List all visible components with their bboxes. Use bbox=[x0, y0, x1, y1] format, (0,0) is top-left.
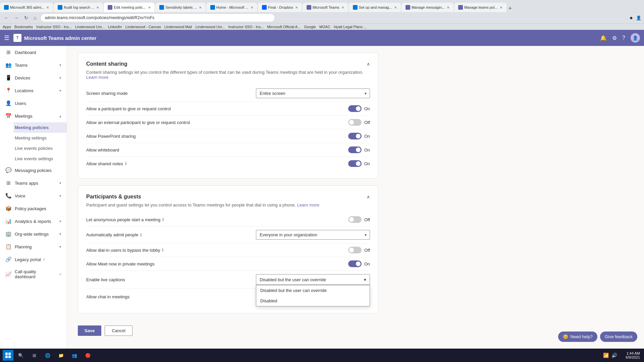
tab-teams[interactable]: Microsoft Teams ✕ bbox=[303, 3, 348, 12]
tab-dropbox[interactable]: Final - Dropbox ✕ bbox=[258, 3, 302, 12]
new-tab-button[interactable]: + bbox=[508, 5, 512, 12]
tray-network[interactable]: 📶 bbox=[603, 353, 609, 358]
sidebar-item-voice[interactable]: 📞 Voice ▾ bbox=[0, 189, 67, 202]
tab-close[interactable]: ✕ bbox=[447, 6, 449, 9]
bookmark-apps[interactable]: Apps bbox=[3, 25, 11, 29]
tray-volume[interactable]: 🔊 bbox=[611, 353, 617, 358]
address-input[interactable] bbox=[40, 13, 275, 22]
give-feedback-button[interactable]: Give feedback bbox=[600, 331, 637, 342]
tab-home[interactable]: Home - Microsoft ... ✕ bbox=[206, 3, 257, 12]
tab-close[interactable]: ✕ bbox=[295, 6, 298, 9]
sidebar-item-teams[interactable]: 👥 Teams ▾ bbox=[0, 59, 67, 71]
cancel-button[interactable]: Cancel bbox=[105, 325, 132, 336]
live-captions-option-1[interactable]: Disabled but the user can override bbox=[256, 285, 370, 296]
tab-close[interactable]: ✕ bbox=[148, 6, 151, 9]
shared-notes-info[interactable]: ℹ bbox=[125, 161, 127, 166]
sidebar-item-call-quality[interactable]: 📈 Call quality dashboard ↗ bbox=[0, 266, 67, 283]
tab-manage-teams[interactable]: Manage teams pol... ✕ bbox=[454, 3, 506, 12]
sidebar-item-users[interactable]: 👤 Users bbox=[0, 97, 67, 110]
sidebar-item-planning[interactable]: 📋 Planning ▾ bbox=[0, 240, 67, 253]
content-sharing-collapse[interactable]: ∧ bbox=[367, 61, 370, 67]
dialin-bypass-toggle[interactable] bbox=[348, 247, 362, 253]
start-button[interactable] bbox=[3, 350, 13, 361]
tab-setup[interactable]: Set up and manag... ✕ bbox=[349, 3, 401, 12]
taskbar-task-view[interactable]: ⊞ bbox=[28, 349, 40, 361]
powerpoint-toggle[interactable] bbox=[348, 133, 362, 139]
taskbar-edge[interactable]: 🌐 bbox=[42, 349, 54, 361]
screen-sharing-select[interactable]: Entire screen bbox=[256, 88, 370, 98]
reload-button[interactable]: ↻ bbox=[23, 14, 30, 21]
taskbar-chrome[interactable]: 🔴 bbox=[82, 349, 94, 361]
bookmark-google[interactable]: Google bbox=[304, 25, 316, 29]
sidebar-item-dashboard[interactable]: ⊞ Dashboard bbox=[0, 46, 67, 59]
sidebar-item-org[interactable]: 🏢 Org-wide settings ▾ bbox=[0, 228, 67, 240]
tab-m365[interactable]: Microsoft 365 admi... ✕ bbox=[0, 3, 53, 12]
profile-icon[interactable]: 👤 bbox=[636, 15, 641, 20]
live-captions-option-2[interactable]: Disabled bbox=[256, 296, 370, 306]
whiteboard-toggle[interactable] bbox=[348, 146, 362, 153]
bookmark-icon[interactable]: ★ bbox=[629, 15, 633, 20]
help-icon[interactable]: ? bbox=[622, 35, 625, 41]
sidebar-item-meetings[interactable]: 📅 Meetings ▴ bbox=[0, 110, 67, 122]
taskbar-search[interactable]: 🔍 bbox=[15, 349, 27, 361]
sidebar-item-devices[interactable]: 📱 Devices ▾ bbox=[0, 71, 67, 84]
sidebar-item-locations[interactable]: 📍 Locations ▾ bbox=[0, 84, 67, 97]
shared-notes-toggle[interactable] bbox=[348, 160, 362, 167]
external-participant-toggle[interactable] bbox=[348, 119, 362, 126]
anonymous-start-toggle[interactable] bbox=[348, 216, 362, 223]
auto-admit-select[interactable]: Everyone in your organization bbox=[256, 230, 370, 240]
tab-close[interactable]: ✕ bbox=[199, 6, 202, 9]
tab-close[interactable]: ✕ bbox=[500, 6, 502, 9]
bookmark-official[interactable]: Microsoft Official A... bbox=[267, 25, 301, 29]
meet-now-toggle[interactable] bbox=[348, 260, 362, 267]
taskbar-explorer[interactable]: 📁 bbox=[55, 349, 67, 361]
sidebar-sub-meeting-settings[interactable]: Meeting settings bbox=[15, 133, 67, 143]
bookmark-bookmarks[interactable]: Bookmarks bbox=[14, 25, 33, 29]
notification-icon[interactable]: 🔔 bbox=[600, 35, 607, 41]
tab-close[interactable]: ✕ bbox=[251, 6, 253, 9]
topbar-menu-button[interactable]: ☰ bbox=[4, 34, 9, 42]
settings-icon[interactable]: ⚙ bbox=[612, 35, 617, 41]
tab-favicon bbox=[458, 5, 463, 10]
bookmark-mail[interactable]: Lindenwood Mail bbox=[164, 25, 192, 29]
sidebar-sub-live-events-settings[interactable]: Live events settings bbox=[15, 154, 67, 164]
participants-learn-more[interactable]: Learn more bbox=[297, 202, 319, 207]
bookmark-lindenwood[interactable]: Lindenwood Uni... bbox=[75, 25, 105, 29]
tab-sensitivity[interactable]: Sensitivity labels ... ✕ bbox=[155, 3, 206, 12]
tab-close[interactable]: ✕ bbox=[341, 6, 344, 9]
bookmark-moac[interactable]: MOAC bbox=[319, 25, 330, 29]
bookmark-canvas[interactable]: Lindenwood - Canvas bbox=[125, 25, 161, 29]
content-sharing-learn-more[interactable]: Learn more bbox=[86, 75, 108, 80]
bookmark-lindenwood2[interactable]: Lindenwood Uni... bbox=[196, 25, 225, 29]
bookmark-hyatt[interactable]: Hyatt Legal Plans ... bbox=[334, 25, 367, 29]
tab-close[interactable]: ✕ bbox=[394, 6, 397, 9]
home-button[interactable]: ⌂ bbox=[32, 14, 38, 21]
taskbar-teams-app[interactable]: 👥 bbox=[68, 349, 80, 361]
need-help-button[interactable]: 😊 Need help? bbox=[558, 331, 597, 342]
tab-close[interactable]: ✕ bbox=[46, 6, 49, 9]
sidebar-item-analytics[interactable]: 📊 Analytics & reports ▾ bbox=[0, 215, 67, 228]
user-avatar[interactable]: 👤 bbox=[631, 33, 640, 43]
bookmark-instructor-sso2[interactable]: Instructor SSO - Ins... bbox=[228, 25, 264, 29]
sidebar-item-messaging[interactable]: 💬 Messaging policies bbox=[0, 164, 67, 177]
sidebar-item-legacy[interactable]: 🔗 Legacy portal ↗ bbox=[0, 253, 67, 266]
tab-close[interactable]: ✕ bbox=[96, 6, 99, 9]
participant-control-toggle[interactable] bbox=[348, 105, 362, 112]
bookmark-linkedin[interactable]: LinkedIn bbox=[108, 25, 122, 29]
live-captions-select-display[interactable]: Disabled but the user can override ▾ bbox=[256, 274, 370, 285]
sidebar-sub-meeting-policies[interactable]: Meeting policies bbox=[13, 122, 67, 133]
bookmark-instructor-sso[interactable]: Instructor SSO - Ins... bbox=[36, 25, 72, 29]
anonymous-start-info[interactable]: ℹ bbox=[162, 217, 164, 222]
forward-button[interactable]: → bbox=[13, 14, 20, 21]
tab-manage-msg[interactable]: Manage messagin... ✕ bbox=[401, 3, 453, 12]
save-button[interactable]: Save bbox=[78, 325, 101, 336]
tab-audit[interactable]: Audit log search ... ✕ bbox=[54, 3, 103, 12]
sidebar-item-policy[interactable]: 📦 Policy packages bbox=[0, 202, 67, 215]
participants-collapse[interactable]: ∧ bbox=[367, 194, 370, 199]
dialin-bypass-info[interactable]: ℹ bbox=[162, 248, 164, 252]
tab-edit-meeting[interactable]: Edit meeting polic... ✕ bbox=[104, 3, 155, 12]
auto-admit-info[interactable]: ℹ bbox=[140, 233, 142, 237]
sidebar-item-teams-apps[interactable]: ⊞ Teams apps ▾ bbox=[0, 177, 67, 189]
back-button[interactable]: ← bbox=[3, 14, 10, 21]
sidebar-sub-live-events-policies[interactable]: Live events policies bbox=[15, 143, 67, 154]
